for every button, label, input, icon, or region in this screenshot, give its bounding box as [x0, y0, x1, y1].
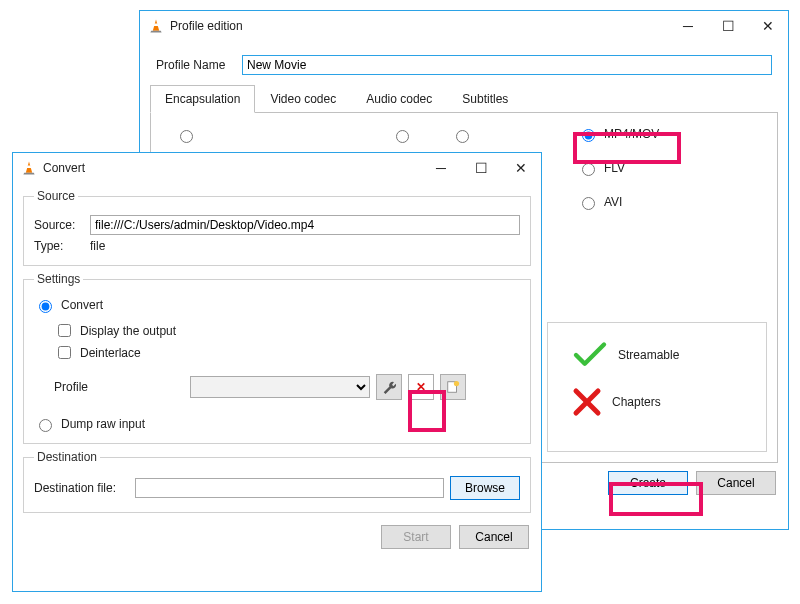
radio-dump-raw[interactable]: Dump raw input	[34, 416, 520, 432]
source-legend: Source	[34, 189, 78, 203]
radio-hidden-1[interactable]	[180, 130, 193, 143]
profile-label: Profile	[54, 380, 184, 394]
radio-avi[interactable]: AVI	[577, 194, 737, 210]
tab-subtitles[interactable]: Subtitles	[447, 85, 523, 112]
destination-legend: Destination	[34, 450, 100, 464]
settings-legend: Settings	[34, 272, 83, 286]
radio-mp4mov[interactable]: MP4/MOV	[577, 126, 737, 142]
settings-fieldset: Settings Convert Display the output Dein…	[23, 272, 531, 444]
source-fieldset: Source Source: Type: file	[23, 189, 531, 266]
tab-audio-codec[interactable]: Audio codec	[351, 85, 447, 112]
profile-name-label: Profile Name	[156, 58, 236, 72]
delete-profile-button[interactable]: ✕	[408, 374, 434, 400]
close-button[interactable]: ✕	[748, 11, 788, 41]
type-label: Type:	[34, 239, 84, 253]
convert-titlebar: Convert ─ ☐ ✕	[13, 153, 541, 183]
convert-window: Convert ─ ☐ ✕ Source Source: Type: file …	[12, 152, 542, 592]
minimize-button[interactable]: ─	[421, 153, 461, 183]
check-icon	[572, 341, 608, 369]
maximize-button[interactable]: ☐	[708, 11, 748, 41]
browse-button[interactable]: Browse	[450, 476, 520, 500]
tab-video-codec[interactable]: Video codec	[255, 85, 351, 112]
wrench-icon	[382, 380, 396, 394]
maximize-button[interactable]: ☐	[461, 153, 501, 183]
cross-icon	[572, 387, 602, 417]
radio-convert[interactable]: Convert	[34, 297, 520, 313]
radio-flv[interactable]: FLV	[577, 160, 737, 176]
checkbox-display-output[interactable]: Display the output	[54, 321, 520, 340]
convert-window-title: Convert	[43, 161, 421, 175]
source-label: Source:	[34, 218, 84, 232]
destination-file-label: Destination file:	[34, 481, 129, 495]
radio-hidden-2[interactable]	[396, 130, 409, 143]
type-value: file	[90, 239, 105, 253]
new-profile-button[interactable]	[440, 374, 466, 400]
destination-file-input[interactable]	[135, 478, 444, 498]
destination-fieldset: Destination Destination file: Browse	[23, 450, 531, 513]
new-file-icon	[446, 380, 460, 394]
edit-profile-button[interactable]	[376, 374, 402, 400]
checkbox-deinterlace[interactable]: Deinterlace	[54, 343, 520, 362]
svg-point-3	[454, 381, 459, 386]
vlc-icon	[21, 160, 37, 176]
minimize-button[interactable]: ─	[668, 11, 708, 41]
source-input[interactable]	[90, 215, 520, 235]
vlc-icon	[148, 18, 164, 34]
profile-titlebar: Profile edition ─ ☐ ✕	[140, 11, 788, 41]
profile-tabs: Encapsulation Video codec Audio codec Su…	[150, 85, 778, 113]
profile-cancel-button[interactable]: Cancel	[696, 471, 776, 495]
status-streamable: Streamable	[572, 341, 762, 369]
start-button[interactable]: Start	[381, 525, 451, 549]
radio-hidden-3[interactable]	[456, 130, 469, 143]
close-button[interactable]: ✕	[501, 153, 541, 183]
convert-cancel-button[interactable]: Cancel	[459, 525, 529, 549]
profile-window-title: Profile edition	[170, 19, 668, 33]
profile-name-input[interactable]	[242, 55, 772, 75]
status-chapters: Chapters	[572, 387, 762, 417]
tab-encapsulation[interactable]: Encapsulation	[150, 85, 255, 113]
delete-x-icon: ✕	[416, 380, 426, 394]
create-button[interactable]: Create	[608, 471, 688, 495]
profile-select[interactable]	[190, 376, 370, 398]
